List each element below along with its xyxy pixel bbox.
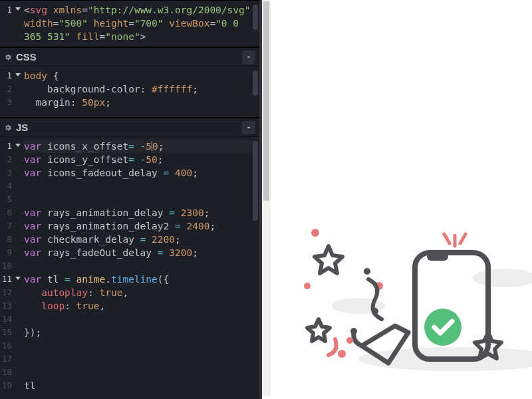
gear-icon[interactable] <box>4 124 12 132</box>
svg-line-7 <box>444 234 450 243</box>
line-number: 16 <box>0 339 15 352</box>
scrollbar-thumb[interactable] <box>253 141 258 221</box>
html-gutter: 1 <box>0 1 15 47</box>
preview-scrollbar[interactable] <box>262 0 271 396</box>
svg-line-6 <box>460 234 466 243</box>
panel-title: JS <box>16 122 28 132</box>
line-number: 1 <box>0 69 15 82</box>
line-number: 9 <box>0 246 15 259</box>
line-number: 13 <box>0 299 15 313</box>
line-number: 3 <box>0 96 15 109</box>
panel-html: 1 <svg xmlns="http://www.w3.org/2000/svg… <box>0 0 259 47</box>
completed-illustration <box>295 200 532 399</box>
line-number: 2 <box>0 82 15 96</box>
line-number: 1 <box>0 3 15 17</box>
scrollbar-thumb[interactable] <box>253 70 258 96</box>
line-number: 18 <box>0 366 15 379</box>
svg-point-14 <box>346 337 353 344</box>
js-header[interactable]: JS <box>0 118 259 137</box>
svg-point-5 <box>424 309 462 346</box>
panel-js: JS 12345678910111213141516171819 var ico… <box>0 117 259 399</box>
gear-icon[interactable] <box>4 53 12 61</box>
svg-point-13 <box>350 328 357 334</box>
scrollbar-thumb[interactable] <box>263 1 269 201</box>
css-code[interactable]: body { background-color: #ffffff; margin… <box>15 66 259 117</box>
css-header[interactable]: CSS <box>0 48 259 66</box>
rays-icon <box>444 234 466 246</box>
svg-point-12 <box>338 350 346 358</box>
svg-point-1 <box>473 269 532 287</box>
js-gutter: 12345678910111213141516171819 <box>0 137 15 399</box>
chevron-down-icon[interactable] <box>242 51 255 64</box>
scrollbar-thumb[interactable] <box>253 5 258 30</box>
line-number <box>0 17 15 30</box>
line-number: 7 <box>0 219 15 233</box>
line-number: 19 <box>0 379 15 392</box>
svg-point-16 <box>304 283 311 289</box>
line-number: 3 <box>0 166 15 180</box>
line-number <box>0 30 15 43</box>
svg-rect-4 <box>427 253 448 261</box>
css-gutter: 1 2 3 <box>0 66 15 117</box>
panel-title: CSS <box>16 52 37 62</box>
editor-column: 1 <svg xmlns="http://www.w3.org/2000/svg… <box>0 0 259 399</box>
line-number: 15 <box>0 326 15 339</box>
line-number: 1 <box>0 140 15 153</box>
panel-css: CSS 1 2 3 body { background-color: #ffff… <box>0 47 259 117</box>
line-number: 17 <box>0 352 15 366</box>
js-code-area[interactable]: 12345678910111213141516171819 var icons_… <box>0 137 259 399</box>
preview-pane <box>259 0 532 399</box>
line-number: 4 <box>0 180 15 193</box>
star-icon <box>315 246 342 273</box>
line-number: 11 <box>0 273 15 286</box>
svg-point-10 <box>364 268 370 275</box>
line-number: 5 <box>0 193 15 206</box>
line-number: 10 <box>0 259 15 273</box>
css-code-area[interactable]: 1 2 3 body { background-color: #ffffff; … <box>0 66 259 117</box>
star-icon <box>307 319 330 341</box>
js-code[interactable]: var icons_x_offset= -50; var icons_y_off… <box>15 137 259 399</box>
line-number: 14 <box>0 313 15 326</box>
svg-point-9 <box>311 229 319 237</box>
chevron-down-icon[interactable] <box>242 121 255 134</box>
html-code-area[interactable]: 1 <svg xmlns="http://www.w3.org/2000/svg… <box>0 1 259 47</box>
line-number: 2 <box>0 153 15 166</box>
line-number: 6 <box>0 206 15 219</box>
line-number: 12 <box>0 286 15 299</box>
checkmark-icon <box>424 309 462 346</box>
swirl-icon <box>329 339 336 355</box>
html-code[interactable]: <svg xmlns="http://www.w3.org/2000/svg" … <box>15 1 259 47</box>
line-number: 8 <box>0 233 15 246</box>
